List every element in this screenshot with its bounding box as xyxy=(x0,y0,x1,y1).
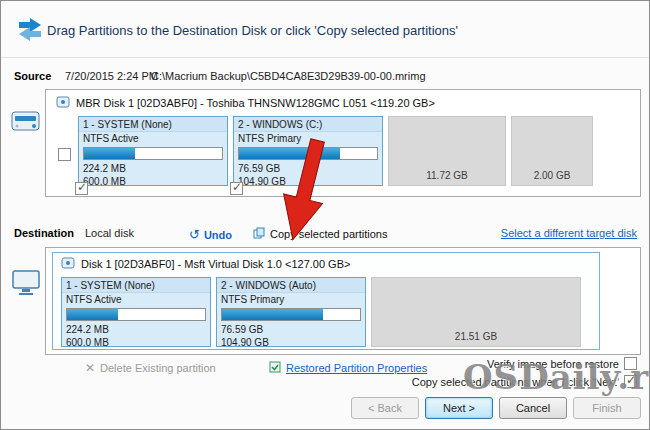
source-disk-checkbox[interactable] xyxy=(58,148,71,161)
partition-used: 224.2 MB xyxy=(79,162,227,175)
partition-usage-bar xyxy=(83,147,223,160)
partition-checkbox[interactable] xyxy=(75,182,88,195)
finish-button: Finish xyxy=(573,397,641,419)
partition-total: 600.0 MB xyxy=(62,336,210,349)
partition-usage-fill xyxy=(222,309,323,320)
destination-disk-panel: Disk 1 [02D3ABF0] - Msft Virtual Disk 1.… xyxy=(45,247,641,355)
partition-usage-fill xyxy=(67,309,118,320)
back-button: < Back xyxy=(351,397,419,419)
partition-used: 76.59 GB xyxy=(234,162,382,175)
partition-fs: NTFS Primary xyxy=(234,132,382,145)
destination-disk-type: Local disk xyxy=(85,227,134,239)
copy-on-next-option: Copy selected partitions when I click 'N… xyxy=(412,375,637,388)
verify-image-option: Verify image before restore xyxy=(487,357,637,370)
restored-properties-label: Restored Partition Properties xyxy=(286,362,427,374)
source-image-path: C:\Macrium Backup\C5BD4CA8E3D29B39-00-00… xyxy=(151,70,426,82)
source-partitions: 1 - SYSTEM (None) NTFS Active 224.2 MB 6… xyxy=(78,116,593,186)
verify-label: Verify image before restore xyxy=(487,358,619,370)
disk-icon xyxy=(56,96,70,110)
copy-selected-label: Copy selected partitions xyxy=(270,228,387,240)
unallocated-region: 2.00 GB xyxy=(511,116,593,186)
next-button[interactable]: Next > xyxy=(425,397,493,419)
source-disk-header: MBR Disk 1 [02D3ABF0] - Toshiba THNSNW12… xyxy=(56,96,435,110)
partition-used: 224.2 MB xyxy=(62,323,210,336)
partition-usage-bar xyxy=(66,308,206,321)
header-divider xyxy=(1,57,649,58)
partition-source-1[interactable]: 1 - SYSTEM (None) NTFS Active 224.2 MB 6… xyxy=(78,116,228,186)
delete-existing-label: Delete Existing partition xyxy=(100,362,216,374)
unallocated-size: 2.00 GB xyxy=(512,170,592,181)
source-timestamp: 7/20/2015 2:24 PM xyxy=(65,70,158,82)
cancel-button[interactable]: Cancel xyxy=(499,397,567,419)
partition-checkbox[interactable] xyxy=(230,182,243,195)
undo-button[interactable]: ↺ Undo xyxy=(189,227,232,242)
delete-existing-partition-button[interactable]: ✕ Delete Existing partition xyxy=(85,361,216,375)
partition-name: 1 - SYSTEM (None) xyxy=(79,117,227,132)
transfer-arrows-icon xyxy=(17,17,43,43)
partition-fs: NTFS Primary xyxy=(217,293,365,306)
partition-usage-fill xyxy=(84,148,135,159)
destination-disk-title: Disk 1 [02D3ABF0] - Msft Virtual Disk 1.… xyxy=(81,258,350,270)
partition-name: 2 - WINDOWS (Auto) xyxy=(217,278,365,293)
undo-label: Undo xyxy=(204,229,232,241)
unallocated-size: 11.72 GB xyxy=(389,170,505,181)
copy-icon xyxy=(253,227,265,241)
destination-monitor-icon xyxy=(11,269,41,299)
partition-destination-2[interactable]: 2 - WINDOWS (Auto) NTFS Primary 76.59 GB… xyxy=(216,277,366,347)
destination-label: Destination xyxy=(14,227,74,239)
copy-on-next-checkbox[interactable] xyxy=(624,375,637,388)
copy-on-next-label: Copy selected partitions when I click 'N… xyxy=(412,376,619,388)
source-drive-icon xyxy=(11,107,41,137)
destination-partitions: 1 - SYSTEM (None) NTFS Active 224.2 MB 6… xyxy=(61,277,581,347)
unallocated-region: 11.72 GB xyxy=(388,116,506,186)
restored-partition-properties-link[interactable]: Restored Partition Properties xyxy=(269,361,427,375)
partition-usage-bar xyxy=(238,147,378,160)
partition-fs: NTFS Active xyxy=(62,293,210,306)
dialog-buttons: < Back Next > Cancel Finish xyxy=(351,397,641,419)
undo-icon: ↺ xyxy=(189,227,200,242)
partition-usage-fill xyxy=(239,148,340,159)
disk-icon xyxy=(61,257,75,271)
dialog-title: Drag Partitions to the Destination Disk … xyxy=(47,23,458,38)
partition-total: 104.90 GB xyxy=(234,175,382,188)
partition-fs: NTFS Active xyxy=(79,132,227,145)
restore-dialog: Drag Partitions to the Destination Disk … xyxy=(0,0,650,430)
copy-selected-partitions-button[interactable]: Copy selected partitions xyxy=(253,227,387,241)
unallocated-size: 21.51 GB xyxy=(372,331,580,342)
partition-name: 1 - SYSTEM (None) xyxy=(62,278,210,293)
partition-used: 76.59 GB xyxy=(217,323,365,336)
partition-total: 600.0 MB xyxy=(79,175,227,188)
partition-destination-1[interactable]: 1 - SYSTEM (None) NTFS Active 224.2 MB 6… xyxy=(61,277,211,347)
source-disk-panel: MBR Disk 1 [02D3ABF0] - Toshiba THNSNW12… xyxy=(45,89,641,197)
partition-source-2[interactable]: 2 - WINDOWS (C:) NTFS Primary 76.59 GB 1… xyxy=(233,116,383,186)
destination-disk-header: Disk 1 [02D3ABF0] - Msft Virtual Disk 1.… xyxy=(61,257,350,271)
unallocated-region: 21.51 GB xyxy=(371,277,581,347)
destination-disk-selection[interactable]: Disk 1 [02D3ABF0] - Msft Virtual Disk 1.… xyxy=(52,252,600,350)
source-disk-title: MBR Disk 1 [02D3ABF0] - Toshiba THNSNW12… xyxy=(76,97,435,109)
partition-name: 2 - WINDOWS (C:) xyxy=(234,117,382,132)
delete-x-icon: ✕ xyxy=(85,361,95,375)
partition-usage-bar xyxy=(221,308,361,321)
properties-check-icon xyxy=(269,361,281,375)
select-target-disk-link[interactable]: Select a different target disk xyxy=(501,227,637,239)
partition-total: 104.90 GB xyxy=(217,336,365,349)
source-label: Source xyxy=(14,70,51,82)
verify-checkbox[interactable] xyxy=(624,357,637,370)
